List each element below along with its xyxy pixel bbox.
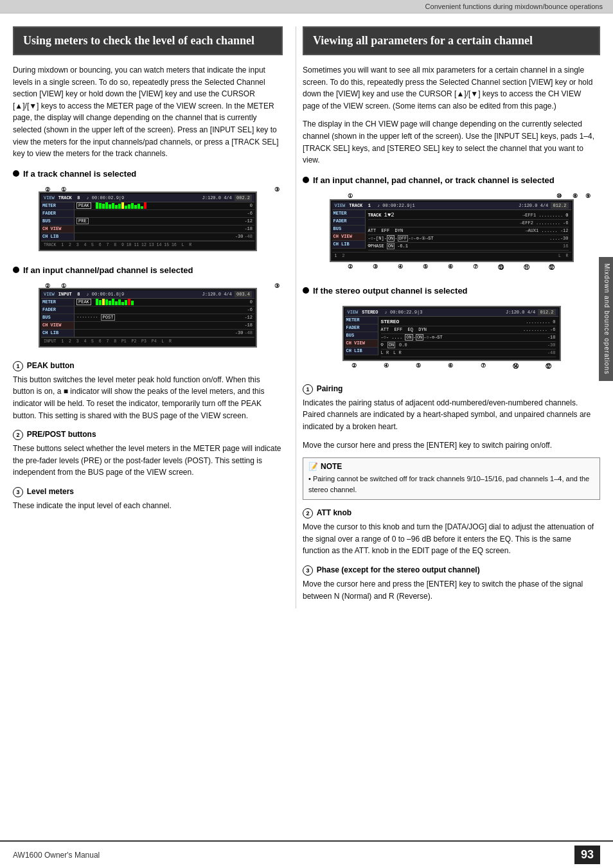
callout-2c: ② — [348, 263, 353, 272]
num-1c: 1 — [303, 384, 313, 394]
right-column: Viewing all parameters for a certain cha… — [296, 26, 600, 608]
callout-8: ⑧ — [573, 193, 578, 199]
item-att: 2 ATT knob Move the cursor to this knob … — [303, 508, 600, 557]
callout-2a: ② — [45, 186, 50, 193]
sub2-title: If an input channel/pad channel is selec… — [13, 265, 283, 275]
callout-row-bottom: ② ③ ④ ⑤ ⑥ ⑦ ⑬ ⑪ ⑫ — [303, 262, 600, 272]
top-bar: Convenient functions during mixdown/boun… — [0, 0, 613, 13]
left-section-title: Using meters to check the level of each … — [13, 26, 283, 55]
callout-11c: ⑪ — [524, 263, 529, 272]
sub1-title: If a track channel is selected — [13, 169, 283, 179]
callout-12c: ⑫ — [549, 263, 555, 272]
left-intro: During mixdown or bouncing, you can watc… — [13, 64, 283, 160]
screen4-display: VIEW STEREO ♪ 00:00:22.9|3 J:120.0 4/4 0… — [342, 306, 561, 361]
screen1-display: VIEW TRACK 8 ♪ 00:00:02.9|9 J:120.0 4/4 … — [39, 191, 257, 251]
callout-9: ⑨ — [585, 193, 591, 199]
screen3-wrap: ① ⑩ ⑧ ⑨ VIEW TRACK 1 ♪ 00:00:22.9|1 J:12… — [303, 193, 600, 277]
num-3c: 3 — [303, 565, 313, 576]
page-number: 93 — [574, 846, 600, 864]
note-icon: 📝 — [308, 462, 318, 471]
callout-6d: ⑥ — [448, 362, 453, 371]
callout-2b: ② — [45, 283, 50, 289]
callout-1a: ① — [61, 186, 66, 193]
callout-1b: ① — [61, 283, 66, 289]
item-level-meters: 3 Level meters These indicate the input … — [13, 486, 283, 512]
num-2a: 2 — [13, 430, 23, 440]
callout-5d: ⑤ — [416, 362, 421, 371]
item-prepost: 2 PRE/POST buttons These buttons select … — [13, 429, 283, 479]
callout-12d: ⑫ — [546, 362, 551, 371]
bullet-icon — [13, 170, 19, 177]
item-pairing: 1 Pairing Indicates the pairing status o… — [303, 384, 600, 451]
page: Convenient functions during mixdown/boun… — [0, 0, 613, 868]
num-1a: 1 — [13, 361, 23, 371]
screen1-wrap: ② ① ③ VIEW TRACK 8 ♪ 00:00:02.9|9 J:120.… — [13, 186, 283, 256]
top-bar-text: Convenient functions during mixdown/boun… — [425, 3, 603, 10]
right-sub2-title: If the stereo output channel is selected — [303, 286, 600, 296]
callout-3c: ③ — [373, 263, 378, 272]
right-sub1-title: If an input channel, pad channel, or tra… — [303, 175, 600, 185]
callout-1c: ① — [348, 193, 353, 199]
callout-13c: ⑬ — [498, 263, 504, 272]
note-box: 📝 NOTE • Pairing cannot be switched off … — [303, 457, 600, 500]
callout-7d: ⑦ — [481, 362, 486, 371]
right-intro: Sometimes you will want to see all mix p… — [303, 64, 600, 112]
screen2-wrap: ② ① ③ VIEW INPUT 8 ♪ 00:00:01.8|9 J:120.… — [13, 283, 283, 353]
item-peak: 1 PEAK button This button switches the l… — [13, 360, 283, 421]
right-section-title: Viewing all parameters for a certain cha… — [303, 26, 600, 55]
callout-14d: ⑭ — [513, 362, 519, 371]
right-intro2: The display in the CH VIEW page will cha… — [303, 118, 600, 166]
callout-5c: ⑤ — [423, 263, 428, 272]
left-column: Using meters to check the level of each … — [13, 26, 296, 608]
callout-3a: ③ — [274, 186, 280, 193]
bullet-icon3 — [303, 177, 309, 183]
side-tab: Mixdown and bounce operations — [599, 257, 613, 381]
screen2-display: VIEW INPUT 8 ♪ 00:00:01.8|9 J:120.0 4/4 … — [39, 288, 257, 348]
bullet-icon2 — [13, 267, 19, 273]
bullet-icon4 — [303, 287, 309, 294]
callout-row-bottom2: ② ④ ⑤ ⑥ ⑦ ⑭ ⑫ — [303, 361, 600, 371]
callout-2d: ② — [351, 362, 357, 371]
callout-6c: ⑥ — [448, 263, 453, 272]
callout-7c: ⑦ — [473, 263, 478, 272]
screen4-wrap: VIEW STEREO ♪ 00:00:22.9|3 J:120.0 4/4 0… — [303, 303, 600, 376]
manual-title: AW1600 Owner's Manual — [13, 851, 100, 860]
item-phase: 3 Phase (except for the stereo output ch… — [303, 565, 600, 602]
num-3a: 3 — [13, 487, 23, 497]
callout-3b: ③ — [274, 283, 280, 289]
bottom-bar: AW1600 Owner's Manual 93 — [0, 840, 613, 868]
bottom-right: 93 — [574, 846, 600, 864]
callout-4c: ④ — [398, 263, 403, 272]
callout-10: ⑩ — [556, 193, 562, 199]
screen3-display: VIEW TRACK 1 ♪ 00:00:22.9|1 J:120.0 4/4 … — [330, 199, 574, 262]
callout-4d: ④ — [384, 362, 389, 371]
num-2c: 2 — [303, 508, 313, 518]
